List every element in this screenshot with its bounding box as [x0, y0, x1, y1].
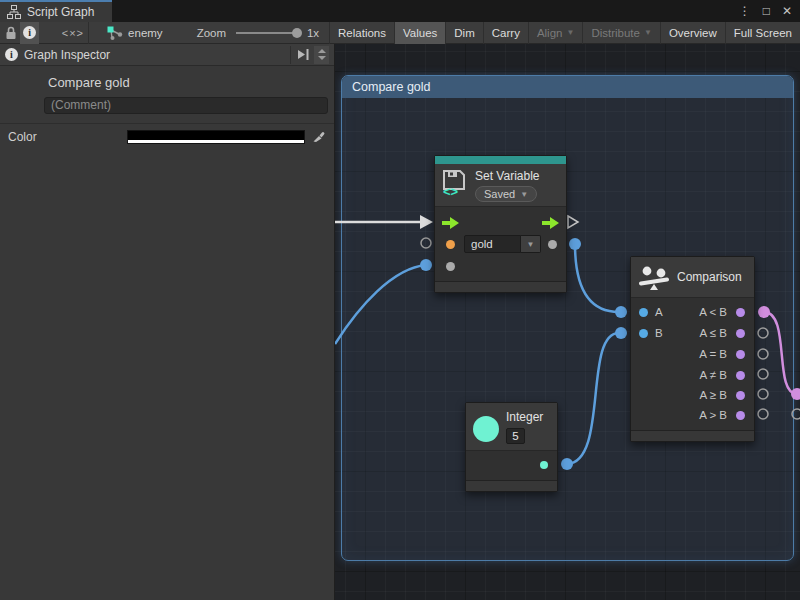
tab-script-graph[interactable]: Script Graph	[0, 0, 112, 22]
graph-reference-label: enemy	[128, 27, 163, 39]
graph-inspector-header: i Graph Inspector	[0, 44, 334, 66]
toolbar-separator	[88, 22, 89, 44]
output-port-a-ne-b[interactable]	[736, 371, 745, 380]
output-port-a-lt-b[interactable]	[736, 308, 745, 317]
output-port-a-eq-b[interactable]	[736, 350, 745, 359]
values-button[interactable]: Values	[394, 22, 445, 44]
integer-output-port[interactable]	[540, 461, 548, 469]
input-label-b: B	[655, 326, 663, 340]
node-footer	[631, 430, 754, 441]
chevron-down-icon: ▼	[566, 28, 574, 37]
integer-type-icon	[473, 416, 499, 442]
node-set-variable[interactable]: <> Set Variable Saved ▼	[434, 155, 567, 293]
color-swatch-value	[128, 131, 304, 140]
node-footer	[466, 480, 557, 491]
input-port-b[interactable]	[639, 329, 648, 338]
overview-button[interactable]: Overview	[660, 22, 725, 44]
output-label: A < B	[699, 305, 727, 319]
graph-toolbar: i <×> enemy Zoom 1x Relations Values	[0, 22, 800, 44]
node-footer	[435, 281, 566, 292]
graph-canvas[interactable]: Compare gold	[335, 44, 800, 600]
output-label: A ≠ B	[700, 368, 727, 382]
comment-input[interactable]	[44, 97, 328, 114]
input-port-a[interactable]	[639, 308, 648, 317]
distribute-dropdown[interactable]: Distribute ▼	[582, 22, 660, 44]
svg-text:<>: <>	[443, 184, 459, 197]
variable-name-dropdown[interactable]: gold ▼	[464, 235, 541, 253]
group-header[interactable]: Compare gold	[342, 76, 793, 98]
flow-output-port[interactable]	[542, 217, 560, 229]
panel-spinner[interactable]	[314, 46, 329, 64]
eyedropper-button[interactable]	[310, 129, 326, 145]
zoom-slider-handle[interactable]	[292, 28, 302, 38]
align-dropdown[interactable]: Align ▼	[528, 22, 583, 44]
info-icon: i	[23, 26, 36, 39]
output-port-a-ge-b[interactable]	[736, 391, 745, 400]
full-screen-button[interactable]: Full Screen	[725, 22, 800, 44]
window-menu-icon[interactable]: ⋮	[739, 5, 751, 17]
chevron-down-icon: ▼	[520, 190, 528, 199]
color-field[interactable]	[127, 130, 305, 144]
integer-value-field[interactable]: 5	[506, 428, 525, 444]
inspector-toggle-button[interactable]: i	[20, 22, 39, 44]
dim-button[interactable]: Dim	[445, 22, 482, 44]
close-icon[interactable]: ✕	[782, 5, 792, 17]
value-output-port[interactable]	[548, 240, 557, 249]
info-icon: i	[5, 48, 18, 61]
node-comparison[interactable]: Comparison A A < B B A ≤ B A = B	[630, 256, 755, 442]
variable-scope-dropdown[interactable]: Saved ▼	[475, 186, 537, 202]
output-label: A = B	[699, 347, 727, 361]
inspector-title: Graph Inspector	[24, 48, 284, 62]
spin-up-icon[interactable]	[318, 49, 326, 53]
spin-down-icon[interactable]	[318, 56, 326, 60]
script-graph-window: Script Graph ⋮ □ ✕ i <×>	[0, 0, 800, 600]
title-bar: Script Graph ⋮ □ ✕	[0, 0, 800, 22]
tab-label: Script Graph	[27, 5, 94, 19]
value-input-port[interactable]	[446, 262, 455, 271]
graph-reference[interactable]: enemy	[107, 26, 163, 40]
toolbar-buttons: Relations Values Dim Carry Align ▼ Distr…	[329, 22, 800, 44]
color-label: Color	[8, 130, 127, 144]
relations-button[interactable]: Relations	[329, 22, 394, 44]
node-title: Set Variable	[475, 169, 539, 183]
color-alpha-strip	[128, 140, 304, 143]
variable-name-value: gold	[464, 235, 521, 253]
output-label: A > B	[699, 408, 727, 422]
graph-inspector-panel: i Graph Inspector Compare gold Color	[0, 44, 335, 600]
output-port-a-le-b[interactable]	[736, 329, 745, 338]
maximize-icon[interactable]: □	[763, 5, 770, 17]
node-title: Integer	[506, 410, 543, 424]
code-view-button[interactable]: <×>	[59, 22, 86, 44]
zoom-value: 1x	[307, 27, 319, 39]
chevron-down-icon[interactable]: ▼	[521, 235, 541, 253]
save-variable-icon: <>	[442, 169, 468, 197]
lock-icon	[5, 26, 17, 40]
output-label: A ≤ B	[700, 326, 727, 340]
flow-input-port[interactable]	[442, 217, 460, 229]
chevron-down-icon: ▼	[644, 28, 652, 37]
script-graph-icon	[7, 5, 21, 19]
dock-panel-icon[interactable]	[297, 48, 310, 61]
graph-title: Compare gold	[48, 75, 334, 90]
output-label: A ≥ B	[700, 388, 727, 402]
node-integer[interactable]: Integer 5	[465, 402, 558, 492]
eyedropper-icon	[312, 130, 325, 143]
output-port-a-gt-b[interactable]	[736, 411, 745, 420]
variable-ref-port[interactable]	[446, 240, 455, 249]
comparison-scale-icon	[639, 264, 669, 291]
graph-asset-icon	[107, 26, 123, 40]
input-label-a: A	[655, 305, 663, 319]
node-accent-bar	[435, 156, 566, 164]
code-icon: <×>	[62, 27, 84, 39]
carry-button[interactable]: Carry	[483, 22, 528, 44]
lock-button[interactable]	[2, 22, 20, 44]
zoom-label: Zoom	[197, 27, 226, 39]
zoom-slider[interactable]	[236, 32, 299, 34]
node-title: Comparison	[677, 270, 742, 284]
